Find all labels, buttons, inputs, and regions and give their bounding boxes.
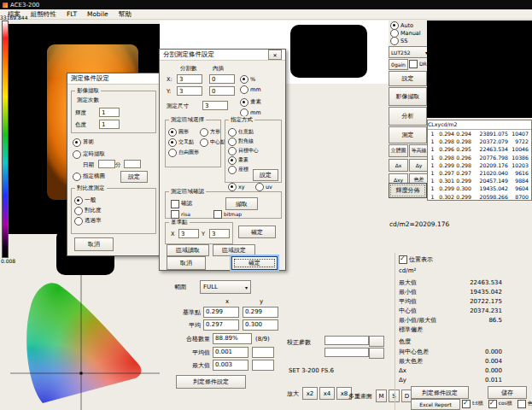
area-option[interactable]: 圓形 [168, 128, 199, 136]
uv-radio[interactable]: uv [255, 183, 272, 190]
luminance-distribution-button[interactable]: 輝度分佈 [389, 183, 427, 198]
calibration-button-2[interactable] [369, 348, 384, 359]
menu-item[interactable]: Mobile [83, 10, 113, 18]
calibration-field-2[interactable] [324, 348, 369, 357]
readout-x-field[interactable]: 0.297 [203, 319, 239, 331]
table-row[interactable]: 1 0.299 0.300 19435.042 9604 [428, 184, 531, 192]
file-checkbox[interactable]: t:t檔 [462, 400, 483, 407]
spec-option[interactable]: 目標中心 [228, 147, 278, 155]
blank-field[interactable] [252, 347, 274, 358]
cancel-button[interactable]: 取消 [74, 237, 114, 251]
tool-button[interactable]: 立體圖 [389, 144, 408, 157]
ok-small-button[interactable]: 確定 [238, 226, 276, 238]
table-row[interactable]: 1 0.302 0.299 20598.266 8700 [428, 193, 531, 201]
area-read-button[interactable]: 區域讀取 [167, 244, 209, 256]
risa-checkbox[interactable]: risa [171, 210, 190, 218]
mm-radio-2[interactable]: mm [240, 108, 261, 116]
table-row[interactable]: 1 0.297 0.297 21020.040 9616 [428, 169, 531, 177]
timed-capture-radio[interactable]: 定時擷取 [73, 150, 105, 158]
range-select[interactable]: FULL [200, 280, 251, 294]
base-y-field[interactable]: 3 [209, 229, 230, 238]
image-capture-button[interactable]: 影像擷取 [389, 87, 427, 106]
readout-y-field[interactable]: 0.299 [243, 307, 278, 318]
judge-settings-button[interactable]: 判定條件設定 [176, 375, 246, 389]
menu-item[interactable]: FLT [62, 10, 81, 18]
calibration-button-1[interactable] [369, 336, 384, 347]
area-option[interactable]: 中心點 [200, 138, 225, 146]
y-interp-field[interactable]: 0 [209, 86, 235, 96]
ok-button[interactable]: 確定 [231, 256, 278, 270]
menu-item[interactable]: 幫助 [114, 10, 136, 19]
minute-field[interactable] [124, 160, 141, 168]
measure-button[interactable]: 測定 [389, 126, 427, 144]
excel-report-button[interactable]: Excel Report [411, 399, 460, 410]
size-field[interactable]: 3 [202, 101, 228, 110]
position-display-checkbox[interactable]: 位置表示 [399, 255, 433, 263]
max-value-field[interactable]: 0.003 [213, 360, 248, 371]
calibration-field-1[interactable] [324, 336, 369, 345]
settings-button[interactable]: 設定 [389, 71, 427, 86]
file-checkbox[interactable]: 色偏檔 [517, 400, 532, 407]
save-button[interactable]: 儲存 [488, 386, 527, 399]
area-set-button[interactable]: 區域設定 [213, 244, 255, 256]
xy-radio[interactable]: xy [228, 183, 245, 190]
cancel-button[interactable]: 取消 [167, 256, 206, 270]
tool-button[interactable]: Δx [389, 159, 408, 172]
mm-radio[interactable]: mm [240, 85, 261, 93]
tool-button[interactable]: 等高線 [409, 144, 429, 157]
judge-settings-button-2[interactable]: 判定條件設定 [411, 386, 469, 399]
luminance-count-field[interactable]: 1 [99, 108, 120, 117]
spec-set-button[interactable]: 設定 [253, 169, 278, 181]
set-button[interactable]: 設定 [120, 171, 148, 183]
spec-option[interactable]: 畫素 [228, 156, 278, 164]
table-row[interactable]: 1 0.298 0.298 20372.079 9722 [428, 138, 531, 145]
zoom-button[interactable]: x4 [319, 387, 335, 400]
area-option[interactable]: 方形 [200, 128, 225, 136]
dr-checkbox[interactable]: DR [409, 60, 427, 67]
blank-field[interactable] [252, 360, 274, 371]
analysis-image[interactable] [427, 20, 532, 118]
table-row[interactable]: 1 0.298 0.296 20776.798 10386 [428, 154, 531, 161]
mode-radio[interactable]: Auto [390, 21, 421, 29]
contrast-option[interactable]: 對比度 [74, 207, 153, 214]
pixel-radio[interactable]: 畫素 [240, 98, 261, 106]
chroma-count-field[interactable]: 1 [99, 120, 120, 129]
contrast-option[interactable]: 一般 [74, 196, 153, 204]
specified-composition-radio[interactable]: 指定構圖 [73, 173, 105, 180]
contrast-option[interactable]: 透過率 [74, 217, 153, 225]
avg-value-field[interactable]: 0.001 [213, 347, 248, 358]
menu-item[interactable]: 組態特性 [26, 10, 61, 19]
readout-x-field[interactable]: 0.299 [203, 307, 239, 318]
table-row[interactable]: 1 0.296 0.295 22463.534 10046 [428, 145, 531, 153]
dialog-titlebar[interactable]: 分割測定條件設定 ✕ [160, 50, 285, 61]
mode-radio[interactable]: Manual [390, 29, 421, 37]
area-option[interactable]: 交叉點 [168, 138, 199, 146]
grab-button[interactable]: 擷取 [225, 197, 258, 210]
multi-screen-button[interactable]: M [376, 390, 387, 402]
table-row[interactable]: 1 0.294 0.294 23891.075 10407 [428, 130, 531, 138]
x-interp-field[interactable]: 0 [209, 74, 235, 84]
analyze-button[interactable]: 分析 [389, 107, 427, 126]
y-division-field[interactable]: 3 [177, 86, 202, 96]
zoom-button[interactable]: x2 [302, 387, 318, 400]
measurement-table[interactable]: CLxycd/m2 1 0.294 0.294 23891.075 10407 … [427, 120, 532, 201]
arithmetic-radio[interactable]: 算術 [73, 138, 94, 146]
lut-select[interactable]: LUT252 [389, 46, 430, 58]
x-division-field[interactable]: 3 [177, 74, 202, 84]
tool-button[interactable]: Δy [409, 159, 429, 172]
readout-y-field[interactable]: 0.300 [243, 319, 278, 331]
spec-option[interactable]: 對角線 [228, 138, 278, 145]
spec-option[interactable]: 任意點 [228, 128, 278, 136]
table-row[interactable]: 1 0.301 0.299 20457.149 9884 [428, 177, 531, 184]
bitmap-checkbox[interactable]: bitmap [213, 210, 242, 218]
mode-radio[interactable]: SS [390, 37, 421, 44]
dialog-titlebar[interactable]: 測定條件設定 [67, 73, 160, 85]
percent-radio[interactable]: % [240, 75, 255, 83]
file-checkbox[interactable]: cos檔 [488, 400, 512, 407]
gain-button[interactable]: 0gain [389, 59, 408, 70]
area-option[interactable]: 自由圖形 [168, 149, 199, 156]
pass-value-field[interactable]: 88.89% [213, 333, 252, 344]
date-field[interactable] [98, 160, 115, 168]
table-row[interactable]: 1 0.299 0.298 20209.176 10203 [428, 161, 531, 169]
base-x-field[interactable]: 3 [178, 229, 199, 238]
